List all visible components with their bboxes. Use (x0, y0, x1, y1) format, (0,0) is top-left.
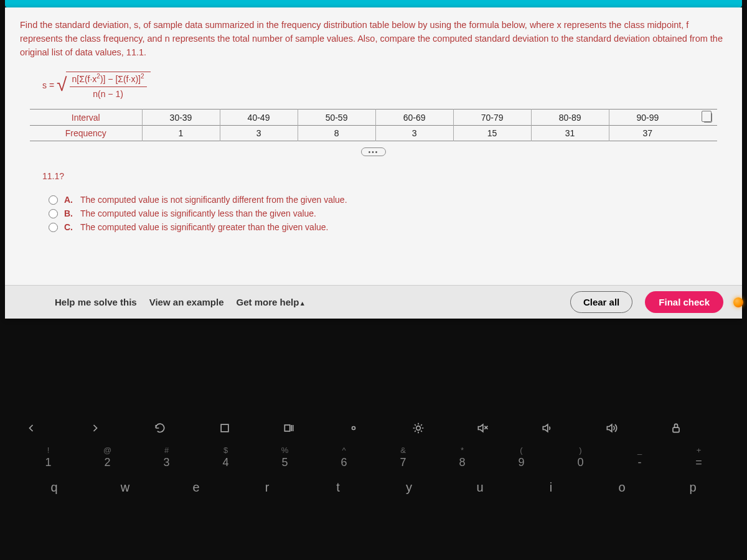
interval-cell: 70-79 (453, 109, 531, 125)
sub-question: 11.1? (5, 161, 742, 186)
key-equals: += (673, 446, 725, 469)
choice-c-text: The computed value is significantly grea… (80, 222, 328, 232)
key-8: *8 (436, 446, 489, 469)
brightness-up-icon (412, 422, 464, 434)
action-bar: Help me solve this View an example Get m… (5, 285, 742, 319)
row-label-interval: Interval (30, 109, 142, 125)
answer-choices: A. The computed value is not significant… (5, 186, 742, 248)
window-top-bar (5, 0, 742, 7)
interval-cell: 90-99 (609, 109, 686, 125)
volume-up-icon (605, 422, 657, 434)
fullscreen-icon (218, 422, 271, 434)
frequency-cell: 31 (531, 126, 609, 141)
interval-cell: 40-49 (220, 109, 298, 125)
copy-icon[interactable] (703, 113, 712, 123)
physical-keyboard: !1 @2 #3 $4 %5 ^6 &7 *8 (9 )0 _- += q w … (0, 404, 747, 512)
monitor-frame: Find the standard deviation, s, of sampl… (0, 0, 747, 560)
choice-b[interactable]: B. The computed value is significantly l… (49, 208, 698, 218)
forward-arrow-icon (89, 422, 141, 434)
key-7: &7 (377, 446, 430, 469)
formula-denominator: n(n − 1) (90, 87, 126, 99)
refresh-icon (154, 422, 206, 434)
interval-cell: 60-69 (375, 109, 453, 125)
frequency-cell: 3 (375, 126, 453, 141)
question-panel: Find the standard deviation, s, of sampl… (5, 7, 742, 319)
interval-cell: 80-89 (531, 109, 609, 125)
key-q: q (28, 480, 80, 495)
question-prompt: Find the standard deviation, s, of sampl… (5, 7, 742, 68)
formula-numerator: n[Σ(f·x2)] − [Σ(f·x)]2 (70, 72, 147, 87)
key-i: i (525, 480, 577, 495)
key-2: @2 (82, 446, 134, 469)
key-3: #3 (141, 446, 193, 469)
svg-point-5 (416, 426, 420, 431)
key-t: t (312, 480, 364, 495)
key-5: %5 (259, 446, 311, 469)
interval-cell: 50-59 (298, 109, 375, 125)
svg-rect-0 (221, 424, 228, 432)
key-minus: _- (614, 446, 666, 469)
key-9: (9 (496, 446, 548, 469)
overview-icon (283, 422, 335, 434)
key-u: u (454, 480, 506, 495)
choice-a[interactable]: A. The computed value is not significant… (49, 195, 698, 205)
frequency-cell: 37 (609, 126, 686, 141)
table-row: Interval 30-39 40-49 50-59 60-69 70-79 8… (30, 109, 717, 125)
formula-lhs: s = (42, 80, 54, 90)
key-6: ^6 (318, 446, 370, 469)
help-me-solve-button[interactable]: Help me solve this (55, 297, 137, 307)
radio-b[interactable] (49, 209, 58, 218)
frequency-cell: 8 (298, 126, 375, 141)
table-row: Frequency 1 3 8 3 15 31 37 (30, 126, 717, 141)
record-indicator-icon (733, 297, 743, 307)
key-y: y (383, 480, 435, 495)
volume-down-icon (541, 422, 593, 434)
key-w: w (99, 480, 151, 495)
formula: s = √ n[Σ(f·x2)] − [Σ(f·x)]2 n(n − 1) (5, 68, 742, 105)
radio-c[interactable] (49, 223, 58, 232)
lock-icon (670, 422, 722, 434)
frequency-cell: 15 (453, 126, 531, 141)
key-o: o (596, 480, 648, 495)
key-r: r (241, 480, 293, 495)
choice-b-label: B. (64, 208, 73, 218)
mute-icon (476, 422, 529, 434)
svg-point-4 (352, 427, 355, 430)
radio-a[interactable] (49, 195, 58, 205)
key-p: p (667, 480, 719, 495)
svg-rect-1 (285, 425, 290, 431)
key-e: e (170, 480, 222, 495)
choice-c-label: C. (64, 222, 73, 232)
choice-c[interactable]: C. The computed value is significantly g… (49, 222, 698, 232)
view-example-button[interactable]: View an example (149, 297, 224, 307)
radical-symbol: √ (57, 75, 67, 103)
expand-ellipsis-button[interactable]: ••• (361, 147, 386, 156)
key-0: )0 (555, 446, 607, 469)
frequency-table: Interval 30-39 40-49 50-59 60-69 70-79 8… (30, 109, 717, 141)
final-check-button[interactable]: Final check (645, 291, 723, 313)
clear-all-button[interactable]: Clear all (570, 291, 632, 313)
choice-a-text: The computed value is not significantly … (80, 195, 347, 205)
choice-b-text: The computed value is significantly less… (80, 208, 316, 218)
key-1: !1 (22, 446, 75, 469)
back-arrow-icon (25, 422, 77, 434)
key-4: $4 (200, 446, 252, 469)
row-label-frequency: Frequency (30, 126, 142, 141)
frequency-cell: 1 (142, 126, 220, 141)
interval-cell: 30-39 (142, 109, 220, 125)
brightness-down-icon (347, 422, 400, 434)
get-more-help-button[interactable]: Get more help (237, 297, 305, 307)
frequency-cell: 3 (220, 126, 298, 141)
svg-rect-8 (673, 427, 679, 432)
choice-a-label: A. (64, 195, 73, 205)
